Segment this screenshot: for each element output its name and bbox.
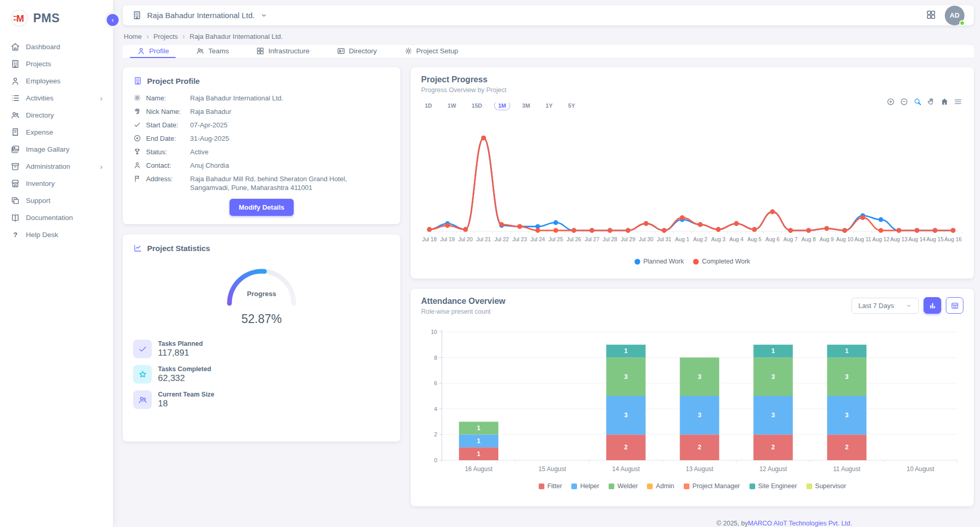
people-icon: [10, 110, 20, 120]
toolbar-pan-button[interactable]: [927, 97, 935, 108]
stat-label: Tasks Completed: [158, 365, 211, 373]
sidebar-item-inventory[interactable]: Inventory: [4, 175, 109, 192]
svg-text:3: 3: [698, 373, 701, 380]
svg-text:1: 1: [477, 424, 481, 432]
legend-supervisor[interactable]: Supervisor: [806, 482, 846, 490]
legend-admin[interactable]: Admin: [647, 482, 674, 490]
sidebar-collapse-button[interactable]: ‹: [107, 14, 119, 26]
svg-text:Aug 8: Aug 8: [801, 236, 816, 242]
stat-item-current-team-size: Current Team Size18: [133, 390, 390, 409]
tab-project-setup[interactable]: Project Setup: [397, 45, 465, 58]
legend-marker: [609, 484, 614, 489]
modify-details-button[interactable]: Modify Details: [229, 199, 294, 216]
avatar[interactable]: AD: [945, 6, 964, 25]
sidebar-item-label: Directory: [26, 111, 54, 119]
svg-text:Jul 26: Jul 26: [567, 236, 581, 242]
book-icon: [10, 213, 20, 223]
apps-grid-button[interactable]: [926, 9, 936, 22]
range-button-3m[interactable]: 3M: [518, 101, 534, 110]
svg-text:11 August: 11 August: [833, 465, 861, 473]
breadcrumb-item-home[interactable]: Home: [124, 33, 142, 40]
legend-welder[interactable]: Welder: [609, 482, 638, 490]
profile-fields: Name:Raja Bahadur International Ltd.Nick…: [133, 94, 390, 192]
svg-text:3: 3: [624, 373, 628, 380]
sidebar-item-projects[interactable]: Projects: [4, 55, 109, 72]
sidebar-item-image-gallary[interactable]: Image Gallary: [4, 141, 109, 158]
company-selector[interactable]: Raja Bahadur International Ltd.: [132, 10, 268, 20]
question-icon: ?: [10, 230, 20, 240]
profile-field-status-: Status:Active: [133, 148, 390, 156]
svg-text:Aug 5: Aug 5: [747, 236, 762, 242]
svg-text:Jul 27: Jul 27: [585, 236, 599, 242]
svg-text:Aug 14: Aug 14: [909, 236, 926, 242]
range-button-5y[interactable]: 5Y: [565, 101, 579, 110]
tab-profile[interactable]: Profile: [130, 45, 176, 58]
star-icon: [138, 370, 148, 379]
receipt-icon: [10, 127, 20, 137]
sidebar-item-administration[interactable]: Administration›: [4, 158, 109, 175]
toolbar-zoom-in-button[interactable]: [886, 97, 895, 108]
stat-item-tasks-completed: Tasks Completed62,332: [133, 365, 390, 384]
legend-label: Fitter: [547, 482, 562, 490]
sidebar-item-help-desk[interactable]: ?Help Desk: [4, 226, 109, 243]
svg-text:3: 3: [698, 412, 701, 419]
sidebar-item-label: Dashboard: [26, 43, 60, 51]
svg-text:3: 3: [845, 412, 848, 419]
svg-text:8: 8: [434, 355, 437, 361]
project-profile-card: Project Profile Name:Raja Bahadur Intern…: [123, 67, 400, 224]
toolbar-zoom-out-button[interactable]: [900, 97, 909, 108]
svg-text:Aug 6: Aug 6: [766, 236, 780, 242]
brand[interactable]: M PMS: [0, 7, 113, 35]
svg-text:1: 1: [624, 347, 628, 355]
legend-helper[interactable]: Helper: [571, 482, 599, 490]
range-button-1y[interactable]: 1Y: [542, 101, 556, 110]
attendance-range-select[interactable]: Last 7 Days: [852, 298, 919, 314]
check-icon: [133, 121, 141, 129]
chevron-right-icon: ›: [100, 163, 103, 170]
legend-planned-work[interactable]: Planned Work: [635, 258, 684, 265]
breadcrumb-separator: ›: [147, 32, 149, 40]
tab-teams[interactable]: Teams: [189, 45, 236, 58]
gear-icon: [133, 94, 141, 102]
table-view-button[interactable]: [946, 297, 963, 314]
sidebar-item-activities[interactable]: Activities›: [4, 90, 109, 107]
project-statistics-title: Project Statistics: [147, 244, 210, 253]
svg-text:Jul 30: Jul 30: [639, 236, 653, 242]
gear-icon: [404, 47, 413, 55]
toolbar-menu-button[interactable]: [954, 97, 962, 108]
sidebar-item-expense[interactable]: Expense: [4, 124, 109, 141]
legend-site-engineer[interactable]: Site Engineer: [750, 482, 797, 490]
time-range-buttons: 1D1W15D1M3M1Y5Y: [421, 101, 963, 110]
range-button-15d[interactable]: 15D: [468, 101, 486, 110]
tab-infrastructure[interactable]: Infrastructure: [249, 45, 316, 58]
range-button-1w[interactable]: 1W: [444, 101, 460, 110]
field-label: Name:: [146, 94, 185, 103]
bar-chart-legend: FitterHelperWelderAdminProject ManagerSi…: [421, 482, 963, 490]
sidebar-item-label: Documentation: [26, 214, 73, 222]
breadcrumb-item-projects[interactable]: Projects: [153, 33, 178, 40]
sidebar-item-documentation[interactable]: Documentation: [4, 209, 109, 226]
tab-directory[interactable]: Directory: [330, 45, 384, 58]
sidebar-item-support[interactable]: Support: [4, 192, 109, 209]
range-button-1d[interactable]: 1D: [421, 101, 436, 110]
svg-text:Aug 2: Aug 2: [693, 236, 708, 242]
sidebar-item-employees[interactable]: Employees: [4, 72, 109, 90]
sidebar-item-dashboard[interactable]: Dashboard: [4, 38, 109, 55]
stat-label: Current Team Size: [158, 391, 214, 398]
svg-text:0: 0: [434, 457, 437, 463]
project-progress-title: Project Progress: [421, 75, 963, 84]
footer-company-link[interactable]: MARCO AIoT Technologies Pvt. Ltd.: [748, 520, 852, 527]
bar-view-button[interactable]: [924, 297, 941, 314]
range-button-1m[interactable]: 1M: [494, 101, 510, 110]
legend-project-manager[interactable]: Project Manager: [684, 482, 740, 490]
fingerprint-icon: [133, 107, 141, 115]
toolbar-selection-zoom-button[interactable]: [913, 97, 922, 108]
svg-text:3: 3: [624, 412, 628, 419]
toolbar-home-reset-button[interactable]: [940, 97, 949, 108]
legend-completed-work[interactable]: Completed Work: [693, 258, 750, 265]
person-icon: [10, 76, 20, 86]
tab-label: Infrastructure: [268, 47, 310, 55]
legend-fitter[interactable]: Fitter: [539, 482, 562, 490]
sidebar-item-directory[interactable]: Directory: [4, 107, 109, 124]
sidebar-item-label: Projects: [26, 60, 51, 68]
